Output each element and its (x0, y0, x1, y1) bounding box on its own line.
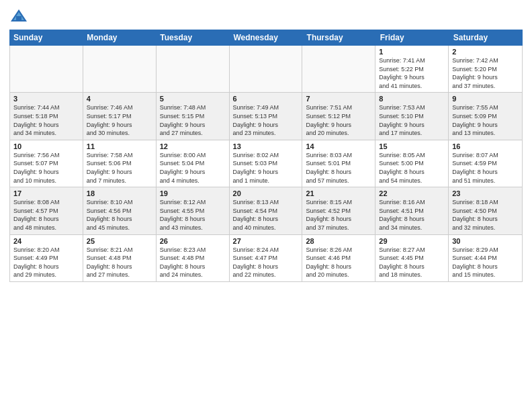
day-number: 17 (13, 189, 79, 197)
day-number: 12 (160, 142, 226, 150)
day-info: Sunrise: 8:20 AM Sunset: 4:49 PM Dayligh… (13, 246, 79, 279)
day-number: 6 (233, 95, 299, 103)
week-row-1: 3Sunrise: 7:44 AM Sunset: 5:18 PM Daylig… (10, 93, 522, 140)
day-cell-7: 7Sunrise: 7:51 AM Sunset: 5:12 PM Daylig… (302, 93, 375, 139)
day-number: 4 (87, 95, 152, 103)
svg-rect-2 (16, 16, 21, 21)
day-info: Sunrise: 8:21 AM Sunset: 4:48 PM Dayligh… (87, 246, 152, 279)
day-number: 30 (452, 237, 519, 245)
day-cell-10: 10Sunrise: 7:56 AM Sunset: 5:07 PM Dayli… (10, 140, 83, 187)
day-number: 18 (87, 189, 152, 197)
week-row-4: 24Sunrise: 8:20 AM Sunset: 4:49 PM Dayli… (10, 235, 522, 281)
header-cell-wednesday: Wednesday (229, 30, 302, 46)
day-info: Sunrise: 8:12 AM Sunset: 4:55 PM Dayligh… (160, 198, 226, 232)
day-info: Sunrise: 7:44 AM Sunset: 5:18 PM Dayligh… (13, 103, 79, 137)
day-number: 2 (452, 48, 519, 56)
day-number: 19 (160, 189, 226, 197)
day-number: 15 (379, 142, 445, 150)
day-cell-11: 11Sunrise: 7:58 AM Sunset: 5:06 PM Dayli… (83, 140, 157, 187)
calendar-header: SundayMondayTuesdayWednesdayThursdayFrid… (9, 30, 523, 46)
day-cell-23: 23Sunrise: 8:18 AM Sunset: 4:50 PM Dayli… (449, 187, 522, 234)
day-number: 1 (379, 48, 445, 56)
day-number: 7 (306, 95, 371, 103)
calendar-weeks: 1Sunrise: 7:41 AM Sunset: 5:22 PM Daylig… (10, 46, 522, 281)
day-cell-15: 15Sunrise: 8:05 AM Sunset: 5:00 PM Dayli… (375, 140, 449, 187)
day-info: Sunrise: 8:29 AM Sunset: 4:44 PM Dayligh… (452, 246, 519, 279)
day-cell-2: 2Sunrise: 7:42 AM Sunset: 5:20 PM Daylig… (449, 46, 522, 92)
day-cell-9: 9Sunrise: 7:55 AM Sunset: 5:09 PM Daylig… (449, 93, 522, 139)
day-info: Sunrise: 7:56 AM Sunset: 5:07 PM Dayligh… (13, 151, 79, 185)
day-cell-empty (230, 46, 303, 92)
day-info: Sunrise: 7:51 AM Sunset: 5:12 PM Dayligh… (306, 103, 371, 137)
day-info: Sunrise: 8:26 AM Sunset: 4:46 PM Dayligh… (306, 246, 371, 279)
day-cell-18: 18Sunrise: 8:10 AM Sunset: 4:56 PM Dayli… (83, 187, 157, 234)
day-info: Sunrise: 8:13 AM Sunset: 4:54 PM Dayligh… (233, 198, 299, 232)
day-cell-26: 26Sunrise: 8:23 AM Sunset: 4:48 PM Dayli… (157, 235, 230, 281)
day-cell-29: 29Sunrise: 8:27 AM Sunset: 4:45 PM Dayli… (375, 235, 449, 281)
day-cell-4: 4Sunrise: 7:46 AM Sunset: 5:17 PM Daylig… (83, 93, 157, 139)
header-cell-thursday: Thursday (303, 30, 376, 46)
week-row-2: 10Sunrise: 7:56 AM Sunset: 5:07 PM Dayli… (10, 140, 522, 187)
logo (9, 7, 30, 26)
day-info: Sunrise: 8:24 AM Sunset: 4:47 PM Dayligh… (233, 246, 299, 279)
day-number: 20 (233, 189, 299, 197)
logo-icon (9, 7, 28, 26)
day-cell-27: 27Sunrise: 8:24 AM Sunset: 4:47 PM Dayli… (230, 235, 303, 281)
day-cell-17: 17Sunrise: 8:08 AM Sunset: 4:57 PM Dayli… (10, 187, 83, 234)
header-cell-monday: Monday (83, 30, 156, 46)
page-header (9, 7, 523, 26)
day-info: Sunrise: 7:48 AM Sunset: 5:15 PM Dayligh… (160, 103, 226, 137)
day-info: Sunrise: 7:55 AM Sunset: 5:09 PM Dayligh… (452, 103, 519, 137)
day-cell-25: 25Sunrise: 8:21 AM Sunset: 4:48 PM Dayli… (83, 235, 157, 281)
day-cell-21: 21Sunrise: 8:15 AM Sunset: 4:52 PM Dayli… (302, 187, 375, 234)
day-info: Sunrise: 8:00 AM Sunset: 5:04 PM Dayligh… (160, 151, 226, 185)
day-info: Sunrise: 8:08 AM Sunset: 4:57 PM Dayligh… (13, 198, 79, 232)
day-info: Sunrise: 8:10 AM Sunset: 4:56 PM Dayligh… (87, 198, 152, 232)
week-row-0: 1Sunrise: 7:41 AM Sunset: 5:22 PM Daylig… (10, 46, 522, 93)
day-cell-1: 1Sunrise: 7:41 AM Sunset: 5:22 PM Daylig… (375, 46, 449, 92)
day-number: 14 (306, 142, 371, 150)
day-cell-empty (157, 46, 230, 92)
day-cell-20: 20Sunrise: 8:13 AM Sunset: 4:54 PM Dayli… (230, 187, 303, 234)
header-cell-friday: Friday (376, 30, 449, 46)
header-cell-tuesday: Tuesday (156, 30, 229, 46)
day-number: 26 (160, 237, 226, 245)
day-cell-19: 19Sunrise: 8:12 AM Sunset: 4:55 PM Dayli… (157, 187, 230, 234)
day-cell-12: 12Sunrise: 8:00 AM Sunset: 5:04 PM Dayli… (157, 140, 230, 187)
day-info: Sunrise: 7:46 AM Sunset: 5:17 PM Dayligh… (87, 103, 152, 137)
day-info: Sunrise: 8:16 AM Sunset: 4:51 PM Dayligh… (379, 198, 445, 232)
day-info: Sunrise: 8:05 AM Sunset: 5:00 PM Dayligh… (379, 151, 445, 185)
day-number: 29 (379, 237, 445, 245)
day-number: 24 (13, 237, 79, 245)
day-info: Sunrise: 8:03 AM Sunset: 5:01 PM Dayligh… (306, 151, 371, 185)
day-cell-22: 22Sunrise: 8:16 AM Sunset: 4:51 PM Dayli… (375, 187, 449, 234)
day-info: Sunrise: 7:49 AM Sunset: 5:13 PM Dayligh… (233, 103, 299, 137)
week-row-3: 17Sunrise: 8:08 AM Sunset: 4:57 PM Dayli… (10, 187, 522, 234)
day-info: Sunrise: 8:02 AM Sunset: 5:03 PM Dayligh… (233, 151, 299, 185)
day-number: 22 (379, 189, 445, 197)
day-cell-empty (83, 46, 157, 92)
day-info: Sunrise: 7:58 AM Sunset: 5:06 PM Dayligh… (87, 151, 152, 185)
day-number: 11 (87, 142, 152, 150)
day-number: 13 (233, 142, 299, 150)
day-info: Sunrise: 8:15 AM Sunset: 4:52 PM Dayligh… (306, 198, 371, 232)
day-cell-8: 8Sunrise: 7:53 AM Sunset: 5:10 PM Daylig… (375, 93, 449, 139)
day-cell-13: 13Sunrise: 8:02 AM Sunset: 5:03 PM Dayli… (230, 140, 303, 187)
day-cell-24: 24Sunrise: 8:20 AM Sunset: 4:49 PM Dayli… (10, 235, 83, 281)
day-number: 28 (306, 237, 371, 245)
day-info: Sunrise: 8:23 AM Sunset: 4:48 PM Dayligh… (160, 246, 226, 279)
day-cell-empty (10, 46, 83, 92)
day-cell-empty (302, 46, 375, 92)
day-cell-14: 14Sunrise: 8:03 AM Sunset: 5:01 PM Dayli… (302, 140, 375, 187)
day-number: 5 (160, 95, 226, 103)
day-info: Sunrise: 7:53 AM Sunset: 5:10 PM Dayligh… (379, 103, 445, 137)
day-cell-5: 5Sunrise: 7:48 AM Sunset: 5:15 PM Daylig… (157, 93, 230, 139)
header-cell-saturday: Saturday (449, 30, 523, 46)
day-info: Sunrise: 7:42 AM Sunset: 5:20 PM Dayligh… (452, 56, 519, 90)
day-cell-16: 16Sunrise: 8:07 AM Sunset: 4:59 PM Dayli… (449, 140, 522, 187)
day-number: 10 (13, 142, 79, 150)
day-number: 16 (452, 142, 519, 150)
day-cell-6: 6Sunrise: 7:49 AM Sunset: 5:13 PM Daylig… (230, 93, 303, 139)
day-number: 3 (13, 95, 79, 103)
day-info: Sunrise: 7:41 AM Sunset: 5:22 PM Dayligh… (379, 56, 445, 90)
